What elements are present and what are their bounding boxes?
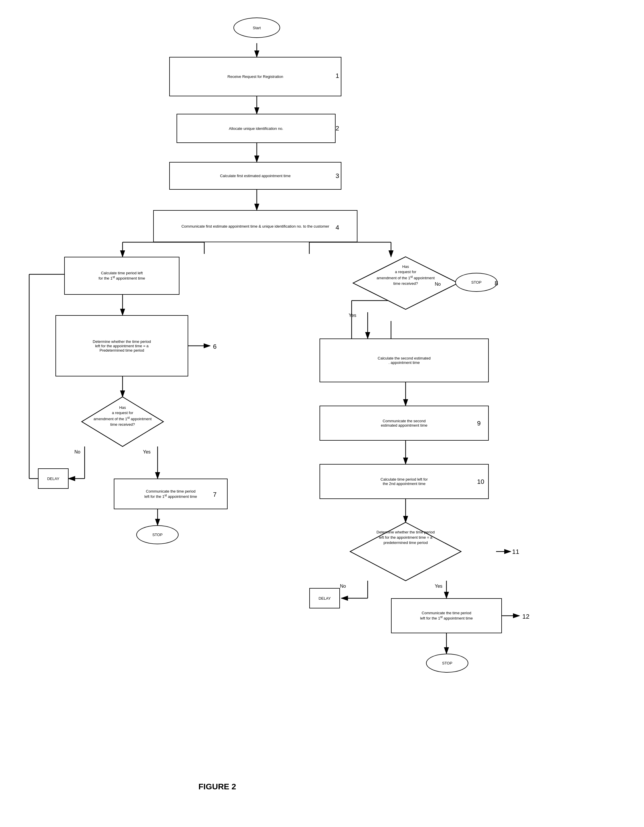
bottom-diamond-text: Determine whether the time periodleft fo… [356,530,455,546]
step3-num: 3 [335,172,339,180]
delay-left-label: DELAY [47,476,59,481]
stop-bottom-label: STOP [442,661,452,665]
right-diamond-no-label: No [435,282,441,287]
calc-second-label: Calculate the second estimated . appoint… [377,356,430,365]
communicate-second-label: Communicate the second estimated appoint… [381,419,427,428]
step4-num: 4 [335,224,339,231]
stop-bottom-node: STOP [426,654,468,673]
step6-num: 6 [213,343,217,351]
delay-left-node: DELAY [38,468,69,489]
step7-num: 7 [213,491,217,498]
start-label: Start [253,26,260,30]
start-node: Start [234,17,280,38]
figure-label: FIGURE 2 [198,782,236,791]
communicate-second-node: Communicate the second estimated appoint… [320,406,489,441]
calc-second-node: Calculate the second estimated . appoint… [320,339,489,382]
bottom-diamond-no-label: No [340,584,346,589]
step1-label: Receive Request for Registration [228,75,283,79]
step5-left-node: Calculate time period left for the 1st a… [64,257,179,295]
bottom-diamond-yes-label: Yes [435,584,442,589]
svg-marker-44 [353,257,458,309]
stop-right-top-label: STOP [471,280,482,284]
svg-marker-45 [350,522,461,581]
step1-num: 1 [335,72,339,80]
communicate-left-node: Communicate the time period left for the… [114,479,228,509]
delay-right-node: DELAY [309,588,340,609]
step6-label: Determine whether the time period left f… [93,339,151,353]
calc-period-2nd-node: Calculate time period left for the 2nd a… [320,464,489,499]
step4-node: Communicate first estimate appointment t… [153,210,357,242]
step10-num: 10 [477,478,484,485]
diagram-container: Start Receive Request for Registration 1… [0,0,644,827]
delay-right-label: DELAY [319,596,331,601]
communicate-right-node: Communicate the time period left for the… [391,598,502,633]
left-diamond-no-label: No [75,449,80,455]
step4-label: Communicate first estimate appointment t… [181,224,329,228]
stop-left-node: STOP [136,525,179,544]
step11-num: 11 [512,548,519,555]
communicate-left-label: Communicate the time period left for the… [145,489,197,499]
step3-node: Calculate first estimated appointment ti… [169,162,341,190]
step1-node: Receive Request for Registration [169,57,341,96]
step6-node: Determine whether the time period left f… [55,315,188,376]
stop-right-top-node: STOP [455,273,497,292]
right-diamond-yes-label: Yes [349,313,356,318]
step12-num: 12 [522,613,529,620]
step3-label: Calculate first estimated appointment ti… [220,174,291,178]
left-diamond-text: Hasa request foramendment of the 1st app… [83,405,162,427]
svg-marker-43 [82,397,164,446]
step5-left-label: Calculate time period left for the 1st a… [99,271,145,281]
step8-num: 8 [494,279,498,287]
step2-label: Allocate unique identification no. [229,126,283,131]
communicate-right-label: Communicate the time period left for the… [420,611,473,620]
step2-node: Allocate unique identification no. [176,114,335,143]
calc-period-2nd-label: Calculate time period left for the 2nd a… [380,477,428,486]
stop-left-label: STOP [152,532,162,537]
step9-num: 9 [477,420,480,427]
left-diamond-yes-label: Yes [143,449,151,455]
step2-num: 2 [335,125,339,132]
